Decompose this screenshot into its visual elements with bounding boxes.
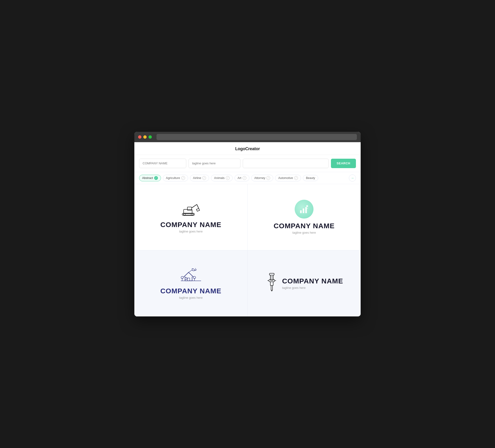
search-bar: SEARCH <box>134 155 361 172</box>
svg-rect-24 <box>271 286 273 290</box>
filter-agriculture-label: Agriculture <box>166 176 180 180</box>
check-icon-automotive: ✓ <box>294 176 298 180</box>
logo-4-tagline: tagline goes here <box>282 286 343 290</box>
filter-beauty-label: Beauty <box>306 176 315 180</box>
logo-icon-3 <box>180 267 202 284</box>
filter-bar: Abstract ✓ Agriculture ✓ Airline ✓ Anima… <box>134 172 361 184</box>
green-circle <box>295 200 314 219</box>
filter-beauty[interactable]: Beauty <box>303 175 318 181</box>
logo-card-1[interactable]: COMPANY NAME tagline goes here <box>134 184 248 250</box>
logo-4-company-name: COMPANY NAME <box>282 277 343 285</box>
svg-line-5 <box>197 204 199 209</box>
filter-attorney[interactable]: Attorney ✓ <box>251 175 274 181</box>
logo-icon-2 <box>295 200 314 219</box>
filter-automotive-label: Automotive <box>278 176 293 180</box>
filter-automotive[interactable]: Automotive ✓ <box>275 175 301 181</box>
svg-line-14 <box>189 270 192 272</box>
filter-art-label: Art <box>238 176 241 180</box>
filter-airline[interactable]: Airline ✓ <box>190 175 209 181</box>
check-icon-art: ✓ <box>243 176 246 180</box>
check-icon-abstract: ✓ <box>154 176 158 180</box>
maximize-button[interactable] <box>149 135 152 139</box>
logo-2-tagline: tagline goes here <box>292 231 316 234</box>
svg-rect-3 <box>187 207 192 210</box>
svg-rect-12 <box>187 278 190 281</box>
filter-airline-label: Airline <box>193 176 201 180</box>
app-title: LogoCreator <box>235 146 260 151</box>
filter-abstract[interactable]: Abstract ✓ <box>139 175 161 181</box>
logo-4-inline: COMPANY NAME tagline goes here <box>265 272 343 294</box>
filter-animals-label: Animals <box>214 176 224 180</box>
filter-agriculture[interactable]: Agriculture ✓ <box>163 175 188 181</box>
tagline-input[interactable] <box>189 159 240 168</box>
minimize-button[interactable] <box>143 135 147 139</box>
logo-grid: COMPANY NAME tagline goes here <box>134 184 361 316</box>
company-name-input[interactable] <box>139 159 186 168</box>
logo-4-text: COMPANY NAME tagline goes here <box>282 277 343 290</box>
filter-attorney-label: Attorney <box>254 176 265 180</box>
svg-rect-23 <box>270 282 273 286</box>
search-button[interactable]: SEARCH <box>331 159 356 168</box>
filter-abstract-label: Abstract <box>142 176 153 180</box>
check-icon-animals: ✓ <box>226 176 230 180</box>
titlebar <box>134 132 361 142</box>
check-icon-attorney: ✓ <box>266 176 270 180</box>
app-header: LogoCreator <box>134 142 361 155</box>
logo-1-company-name: COMPANY NAME <box>160 221 221 229</box>
svg-line-4 <box>192 204 197 208</box>
check-icon-airline: ✓ <box>202 176 206 180</box>
address-bar[interactable] <box>156 134 357 140</box>
svg-rect-20 <box>269 273 274 275</box>
logo-1-tagline: tagline goes here <box>179 230 203 233</box>
logo-icon-4 <box>265 272 278 291</box>
check-icon-agriculture: ✓ <box>181 176 185 180</box>
logo-icon-1 <box>180 201 202 217</box>
logo-3-tagline: tagline goes here <box>179 296 203 299</box>
filter-next-button[interactable]: → <box>349 174 356 182</box>
close-button[interactable] <box>138 135 141 139</box>
extra-input[interactable] <box>243 159 329 168</box>
logo-card-2[interactable]: COMPANY NAME tagline goes here <box>248 184 361 250</box>
logo-card-4[interactable]: COMPANY NAME tagline goes here <box>248 251 361 316</box>
svg-rect-10 <box>305 207 307 213</box>
filter-animals[interactable]: Animals ✓ <box>211 175 233 181</box>
logo-card-3[interactable]: COMPANY NAME tagline goes here <box>134 251 248 316</box>
logo-3-company-name: COMPANY NAME <box>160 287 221 295</box>
logo-2-company-name: COMPANY NAME <box>274 222 335 230</box>
svg-rect-9 <box>303 209 304 213</box>
svg-rect-8 <box>300 210 302 213</box>
app-window: LogoCreator SEARCH Abstract ✓ Agricultur… <box>134 132 361 316</box>
svg-point-11 <box>306 205 308 207</box>
filter-art[interactable]: Art ✓ <box>234 175 249 181</box>
svg-rect-13 <box>185 278 187 280</box>
